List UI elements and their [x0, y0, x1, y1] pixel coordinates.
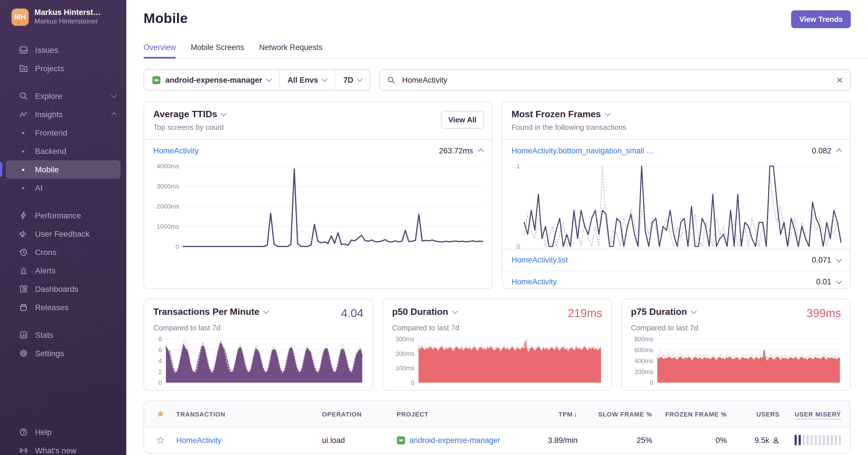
- chevron-down-icon: [691, 308, 696, 314]
- frozen-value: 0.082: [812, 146, 831, 155]
- users-count: 9.5k: [755, 436, 769, 444]
- sidebar-item-settings[interactable]: Settings: [0, 344, 126, 363]
- sidebar-item-label: Projects: [35, 64, 119, 73]
- collapse-icon[interactable]: [478, 148, 484, 154]
- svg-text:6: 6: [158, 346, 162, 353]
- sidebar-item-stats[interactable]: Stats: [0, 326, 126, 344]
- frozen-frames-title-dropdown[interactable]: Most Frozen Frames: [512, 109, 841, 119]
- kpi-subtitle: Compared to last 7d: [153, 323, 363, 332]
- sidebar-item-crons[interactable]: Crons: [0, 243, 126, 261]
- svg-text:1000ms: 1000ms: [157, 223, 179, 230]
- collapse-icon[interactable]: [836, 148, 842, 154]
- svg-text:600ms: 600ms: [634, 346, 653, 353]
- column-header-tpm[interactable]: TPM↓: [534, 410, 578, 418]
- sidebar-item-label: What's new: [35, 446, 119, 455]
- svg-text:8: 8: [158, 336, 162, 343]
- transaction-link[interactable]: HomeActivity.list: [512, 256, 568, 264]
- sidebar-item-user-feedback[interactable]: User Feedback: [0, 225, 126, 243]
- sidebar-item-backend[interactable]: • Backend: [0, 142, 126, 160]
- tab-network-requests[interactable]: Network Requests: [259, 43, 322, 58]
- column-header-frozen-frame[interactable]: FROZEN FRAME %: [652, 410, 727, 417]
- view-trends-button[interactable]: View Trends: [792, 10, 851, 28]
- column-header-slow-frame[interactable]: SLOW FRAME %: [578, 410, 652, 417]
- sidebar-item-help[interactable]: Help: [0, 423, 126, 441]
- view-all-button[interactable]: View All: [441, 111, 484, 129]
- project-link[interactable]: android-expense-manager: [409, 436, 500, 444]
- column-header-users[interactable]: USERS: [727, 410, 780, 417]
- sidebar-item-label: Stats: [35, 330, 119, 340]
- transaction-link[interactable]: HomeActivity: [176, 436, 222, 444]
- clock-icon: [19, 247, 28, 257]
- sidebar-item-ai[interactable]: • AI: [0, 179, 126, 197]
- search-input[interactable]: [401, 75, 831, 85]
- average-ttids-title-dropdown[interactable]: Average TTIDs: [153, 109, 483, 119]
- tab-overview[interactable]: Overview: [144, 43, 176, 58]
- search-icon: [387, 76, 396, 84]
- average-ttids-card: Average TTIDs Top screens by count View …: [144, 101, 493, 289]
- svg-text:200ms: 200ms: [634, 368, 653, 375]
- sidebar-item-frontend[interactable]: • Frontend: [0, 123, 126, 142]
- environment-selector[interactable]: All Envs: [279, 69, 335, 90]
- sidebar-item-insights[interactable]: Insights: [0, 105, 126, 123]
- megaphone-icon: [19, 229, 28, 239]
- p75-value: 399ms: [807, 307, 841, 320]
- column-header-user-misery[interactable]: USER MISERY: [780, 410, 850, 417]
- tpm-cell: 3.89/min: [534, 436, 578, 444]
- card-title-text: p50 Duration: [392, 307, 448, 317]
- sidebar-item-whats-new[interactable]: What's new: [0, 441, 126, 455]
- frozen-row-expanded[interactable]: HomeActivity.bottom_navigation_small … 0…: [502, 140, 850, 162]
- expand-icon[interactable]: [836, 278, 842, 284]
- p75-chart: 800ms600ms400ms200ms0: [631, 336, 841, 385]
- sort-descending-icon: ↓: [574, 410, 578, 418]
- clear-search-icon[interactable]: ✕: [836, 76, 843, 84]
- column-header-operation[interactable]: OPERATION: [322, 410, 397, 417]
- p50-chart: 300ms200ms100ms0: [392, 336, 602, 385]
- sidebar-item-mobile[interactable]: • Mobile: [6, 160, 121, 179]
- star-toggle[interactable]: [144, 436, 176, 444]
- p50-title-dropdown[interactable]: p50 Duration: [392, 307, 457, 317]
- sidebar-item-projects[interactable]: Projects: [0, 59, 126, 78]
- frozen-row[interactable]: HomeActivity 0.01: [502, 271, 850, 289]
- sidebar-item-label: User Feedback: [35, 229, 119, 238]
- tpm-value: 4.04: [341, 307, 363, 320]
- sidebar-item-label: Dashboards: [35, 284, 119, 293]
- svg-text:3000ms: 3000ms: [157, 183, 179, 190]
- bullet-icon: •: [19, 128, 28, 137]
- date-range-selector[interactable]: 7D: [335, 69, 370, 90]
- active-indicator: [0, 162, 2, 177]
- kpi-subtitle: Compared to last 7d: [392, 323, 602, 332]
- sidebar-item-label: Alerts: [35, 266, 119, 275]
- filter-bar: android-expense-manager All Envs 7D ✕: [144, 69, 851, 91]
- frozen-row[interactable]: HomeActivity.list 0.071: [502, 249, 850, 271]
- tab-bar: Overview Mobile Screens Network Requests: [144, 43, 868, 59]
- svg-text:0: 0: [176, 243, 179, 249]
- expand-icon[interactable]: [836, 256, 842, 262]
- page-header: Mobile View Trends: [126, 0, 868, 28]
- operation-cell: ui.load: [322, 436, 397, 444]
- sidebar-item-explore[interactable]: Explore: [0, 87, 126, 105]
- table-row[interactable]: HomeActivity ui.load android-expense-man…: [144, 427, 850, 453]
- chevron-down-icon: [111, 92, 117, 98]
- project-selector[interactable]: android-expense-manager: [144, 69, 279, 90]
- user-menu[interactable]: MH Markus Hinterst… Markus Hintersteiner: [0, 0, 126, 32]
- svg-text:400ms: 400ms: [634, 357, 653, 365]
- sidebar-item-releases[interactable]: Releases: [0, 298, 126, 317]
- bullet-icon: •: [19, 165, 28, 174]
- tpm-title-dropdown[interactable]: Transactions Per Minute: [153, 307, 268, 317]
- sidebar-item-performance[interactable]: Performance: [0, 206, 126, 225]
- p75-title-dropdown[interactable]: p75 Duration: [631, 307, 696, 317]
- transaction-link[interactable]: HomeActivity: [153, 146, 198, 155]
- star-column-header[interactable]: [144, 409, 176, 418]
- column-header-transaction[interactable]: TRANSACTION: [176, 410, 322, 417]
- sidebar-item-alerts[interactable]: Alerts: [0, 261, 126, 280]
- card-title-text: p75 Duration: [631, 307, 687, 317]
- tab-mobile-screens[interactable]: Mobile Screens: [191, 43, 244, 58]
- sidebar-item-label: Help: [35, 427, 119, 436]
- column-header-project[interactable]: PROJECT: [397, 410, 534, 417]
- sidebar-item-dashboards[interactable]: Dashboards: [0, 280, 126, 298]
- transaction-link[interactable]: HomeActivity: [512, 278, 557, 286]
- slow-frame-cell: 25%: [578, 436, 652, 444]
- ttid-transaction-row[interactable]: HomeActivity 263.72ms: [144, 140, 492, 162]
- transaction-link[interactable]: HomeActivity.bottom_navigation_small …: [512, 146, 654, 155]
- sidebar-item-issues[interactable]: Issues: [0, 41, 126, 59]
